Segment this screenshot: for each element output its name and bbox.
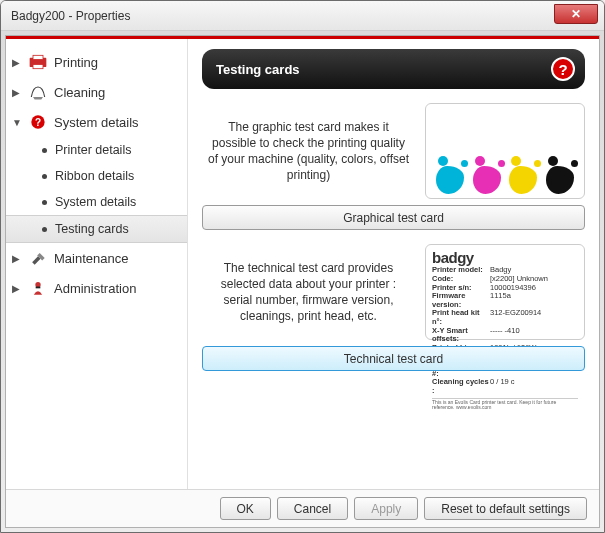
chevron-down-icon: ▼: [12, 117, 22, 128]
sidebar-sub-testing-cards[interactable]: Testing cards: [6, 215, 187, 243]
graphic-description: The graphic test card makes it possible …: [202, 115, 415, 188]
card-value: ----- -410: [490, 327, 520, 344]
technical-description: The technical test card provides selecte…: [202, 256, 415, 329]
sidebar-item-label: System details: [54, 115, 139, 130]
ink-black-icon: [546, 166, 574, 194]
sidebar-item-maintenance[interactable]: ▶ Maintenance: [6, 243, 187, 273]
bullet-icon: [42, 148, 47, 153]
ink-magenta-icon: [473, 166, 501, 194]
sidebar-sub-printer-details[interactable]: Printer details: [6, 137, 187, 163]
cancel-button[interactable]: Cancel: [277, 497, 348, 520]
card-key: Cleaning cycles :: [432, 378, 490, 395]
graphic-preview: [425, 103, 585, 199]
card-key: Firmware version:: [432, 292, 490, 309]
sidebar: ▶ Printing ▶ Cleaning ▼: [6, 39, 188, 489]
inner-panel: ▶ Printing ▶ Cleaning ▼: [5, 35, 600, 528]
cleaning-icon: [28, 83, 48, 101]
card-key: Print head kit n°:: [432, 309, 490, 326]
card-row: X-Y Smart offsets:----- -410: [432, 327, 578, 344]
graphical-test-button[interactable]: Graphical test card: [202, 205, 585, 230]
close-icon: ✕: [571, 7, 581, 21]
card-row: Firmware version:1115a: [432, 292, 578, 309]
ink-cyan-icon: [436, 166, 464, 194]
card-row: Cleaning cycles :0 / 19 c: [432, 378, 578, 395]
sidebar-item-label: Ribbon details: [55, 169, 134, 183]
sidebar-item-administration[interactable]: ▶ Administration: [6, 273, 187, 303]
close-button[interactable]: ✕: [554, 4, 598, 24]
apply-button[interactable]: Apply: [354, 497, 418, 520]
svg-text:?: ?: [35, 117, 41, 128]
window-body: ▶ Printing ▶ Cleaning ▼: [1, 31, 604, 532]
printing-icon: [28, 53, 48, 71]
sidebar-sub-ribbon-details[interactable]: Ribbon details: [6, 163, 187, 189]
content-area: ▶ Printing ▶ Cleaning ▼: [6, 39, 599, 489]
chevron-right-icon: ▶: [12, 57, 22, 68]
sidebar-item-system-details[interactable]: ▼ ? System details: [6, 107, 187, 137]
card-row: Print head kit n°:312-EGZ00914: [432, 309, 578, 326]
card-brand: badgy: [432, 249, 578, 266]
card-value: 312-EGZ00914: [490, 309, 541, 326]
chevron-right-icon: ▶: [12, 253, 22, 264]
sidebar-item-label: Maintenance: [54, 251, 128, 266]
sidebar-item-label: Cleaning: [54, 85, 105, 100]
bullet-icon: [42, 174, 47, 179]
dialog-footer: OK Cancel Apply Reset to default setting…: [6, 489, 599, 527]
administration-icon: [28, 279, 48, 297]
page-title: Testing cards: [216, 62, 300, 77]
maintenance-icon: [28, 249, 48, 267]
svg-rect-2: [33, 65, 43, 69]
svg-rect-1: [33, 55, 43, 59]
bullet-icon: [42, 200, 47, 205]
sidebar-item-label: Printer details: [55, 143, 131, 157]
system-details-icon: ?: [28, 113, 48, 131]
card-key: X-Y Smart offsets:: [432, 327, 490, 344]
properties-window: Badgy200 - Properties ✕ ▶ Printing: [0, 0, 605, 533]
card-value: 0 / 19 c: [490, 378, 515, 395]
bullet-icon: [42, 227, 47, 232]
svg-rect-6: [36, 287, 41, 289]
sidebar-item-label: Printing: [54, 55, 98, 70]
main-panel: Testing cards ? The graphic test card ma…: [188, 39, 599, 489]
card-rows: Printer model:BadgyCode:[x2200] UnknownP…: [432, 266, 578, 395]
graphic-section: The graphic test card makes it possible …: [202, 103, 585, 199]
sidebar-item-label: System details: [55, 195, 136, 209]
sidebar-item-printing[interactable]: ▶ Printing: [6, 47, 187, 77]
technical-test-button[interactable]: Technical test card: [202, 346, 585, 371]
sidebar-item-label: Testing cards: [55, 222, 129, 236]
card-footnote: This is an Evolis Card printer test card…: [432, 398, 578, 412]
ink-yellow-icon: [509, 166, 537, 194]
sidebar-sub-system-details[interactable]: System details: [6, 189, 187, 215]
sidebar-item-label: Administration: [54, 281, 136, 296]
card-value: 1115a: [490, 292, 511, 309]
sidebar-item-cleaning[interactable]: ▶ Cleaning: [6, 77, 187, 107]
titlebar: Badgy200 - Properties ✕: [1, 1, 604, 31]
ok-button[interactable]: OK: [220, 497, 271, 520]
window-title: Badgy200 - Properties: [11, 9, 130, 23]
technical-preview: badgy Printer model:BadgyCode:[x2200] Un…: [425, 244, 585, 340]
chevron-right-icon: ▶: [12, 283, 22, 294]
technical-section: The technical test card provides selecte…: [202, 244, 585, 340]
chevron-right-icon: ▶: [12, 87, 22, 98]
page-header: Testing cards ?: [202, 49, 585, 89]
help-button[interactable]: ?: [551, 57, 575, 81]
reset-button[interactable]: Reset to default settings: [424, 497, 587, 520]
help-icon: ?: [558, 61, 567, 78]
